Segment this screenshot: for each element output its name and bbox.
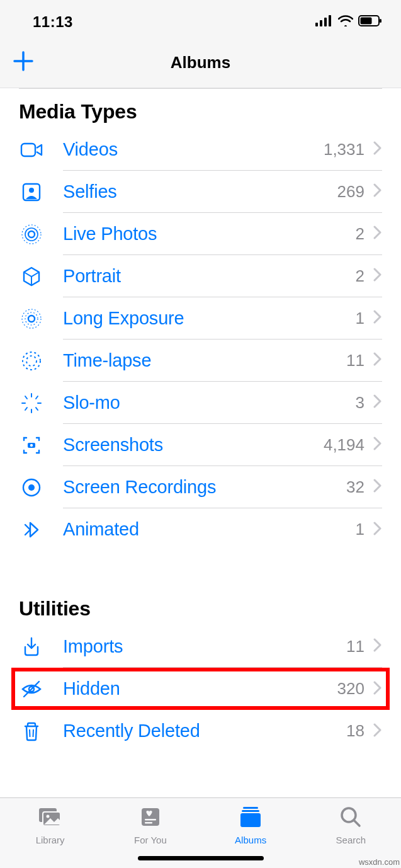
row-time-lapse[interactable]: Time-lapse11 xyxy=(19,340,382,382)
section-header-media-types: Media Types xyxy=(19,100,382,123)
chevron-right-icon xyxy=(373,437,382,453)
chevron-right-icon xyxy=(373,638,382,654)
row-count: 18 xyxy=(346,721,364,741)
nav-header: Albums xyxy=(0,38,401,88)
svg-point-11 xyxy=(25,228,38,241)
svg-line-25 xyxy=(25,396,27,399)
svg-point-43 xyxy=(342,808,356,822)
svg-rect-2 xyxy=(324,18,327,26)
row-count: 2 xyxy=(356,266,364,286)
row-slo-mo[interactable]: Slo-mo3 xyxy=(19,382,382,424)
row-label: Portrait xyxy=(63,266,356,287)
section-media-types: Media Types Videos1,331 Selfies269 Live … xyxy=(0,100,401,551)
chevron-right-icon xyxy=(373,183,382,200)
row-count: 320 xyxy=(337,679,364,699)
row-label: Time-lapse xyxy=(63,350,346,371)
svg-rect-38 xyxy=(145,819,156,821)
chevron-right-icon xyxy=(373,394,382,411)
section-header-utilities: Utilities xyxy=(19,597,382,620)
row-count: 32 xyxy=(346,477,364,497)
row-hidden[interactable]: Hidden320 xyxy=(11,668,390,710)
row-count: 269 xyxy=(337,182,364,202)
svg-rect-39 xyxy=(145,822,152,824)
chevron-right-icon xyxy=(373,226,382,242)
row-imports[interactable]: Imports11 xyxy=(19,625,382,668)
tab-library[interactable]: Library xyxy=(0,804,100,845)
svg-line-21 xyxy=(36,408,38,410)
trash-icon xyxy=(19,719,63,744)
albums-icon xyxy=(237,804,264,832)
svg-line-23 xyxy=(25,408,27,410)
signal-icon xyxy=(315,15,333,29)
chevron-right-icon xyxy=(373,479,382,495)
tab-albums[interactable]: Albums xyxy=(201,804,301,845)
row-animated[interactable]: Animated1 xyxy=(19,508,382,551)
svg-point-9 xyxy=(29,188,34,193)
row-count: 1 xyxy=(356,520,364,539)
library-icon xyxy=(37,804,64,832)
row-screenshots[interactable]: Screenshots4,194 xyxy=(19,424,382,466)
portrait-icon xyxy=(19,264,63,289)
row-videos[interactable]: Videos1,331 xyxy=(19,128,382,171)
content[interactable]: Media Types Videos1,331 Selfies269 Live … xyxy=(0,88,401,797)
long-exposure-icon xyxy=(19,306,63,331)
svg-rect-3 xyxy=(329,15,331,26)
svg-line-31 xyxy=(24,682,39,697)
home-indicator[interactable] xyxy=(138,856,264,860)
chevron-right-icon xyxy=(373,681,382,697)
page-title: Albums xyxy=(0,53,401,72)
svg-rect-42 xyxy=(240,813,261,827)
wifi-icon xyxy=(338,15,353,29)
row-label: Videos xyxy=(63,139,324,160)
row-long-exposure[interactable]: Long Exposure1 xyxy=(19,297,382,340)
row-label: Imports xyxy=(63,636,346,657)
svg-line-33 xyxy=(33,729,34,737)
svg-rect-6 xyxy=(380,19,381,23)
tab-label: Albums xyxy=(235,835,266,845)
screen-recordings-icon xyxy=(19,475,63,500)
row-label: Long Exposure xyxy=(63,308,356,329)
row-label: Slo-mo xyxy=(63,392,356,413)
tab-for-you[interactable]: For You xyxy=(100,804,200,845)
svg-point-14 xyxy=(25,312,38,325)
for-you-icon xyxy=(138,804,163,832)
svg-line-19 xyxy=(36,396,38,399)
add-button[interactable] xyxy=(11,49,35,76)
live-photos-icon xyxy=(19,222,63,247)
svg-rect-40 xyxy=(243,807,258,809)
row-live-photos[interactable]: Live Photos2 xyxy=(19,213,382,255)
row-count: 4,194 xyxy=(324,435,364,455)
row-count: 1 xyxy=(356,309,364,328)
row-portrait[interactable]: Portrait2 xyxy=(19,255,382,297)
row-label: Animated xyxy=(63,519,356,540)
chevron-right-icon xyxy=(373,352,382,368)
row-label: Hidden xyxy=(63,678,337,699)
time-lapse-icon xyxy=(19,348,63,374)
svg-point-29 xyxy=(28,484,35,491)
row-selfies[interactable]: Selfies269 xyxy=(19,171,382,213)
chevron-right-icon xyxy=(373,141,382,157)
battery-icon xyxy=(358,15,382,29)
row-label: Live Photos xyxy=(63,224,356,244)
row-label: Screen Recordings xyxy=(63,477,346,498)
row-screen-recordings[interactable]: Screen Recordings32 xyxy=(19,466,382,508)
svg-point-13 xyxy=(28,316,35,322)
utilities-list: Imports11 Hidden320 Recently Deleted18 xyxy=(19,625,382,752)
tab-label: Library xyxy=(36,835,65,845)
tab-search[interactable]: Search xyxy=(301,804,401,845)
chevron-right-icon xyxy=(373,723,382,740)
status-time: 11:13 xyxy=(33,13,73,31)
hidden-icon xyxy=(19,677,63,702)
row-recently-deleted[interactable]: Recently Deleted18 xyxy=(19,710,382,752)
svg-point-17 xyxy=(26,356,37,366)
plus-icon xyxy=(11,49,35,73)
tab-label: Search xyxy=(336,835,366,845)
row-label: Selfies xyxy=(63,181,337,202)
row-label: Screenshots xyxy=(63,435,324,455)
video-icon xyxy=(19,137,63,163)
svg-rect-41 xyxy=(242,810,259,812)
media-types-list: Videos1,331 Selfies269 Live Photos2 Port… xyxy=(19,128,382,551)
svg-rect-5 xyxy=(361,18,372,25)
section-utilities: Utilities Imports11 Hidden320 Recently D… xyxy=(0,597,401,752)
svg-line-32 xyxy=(30,729,30,737)
